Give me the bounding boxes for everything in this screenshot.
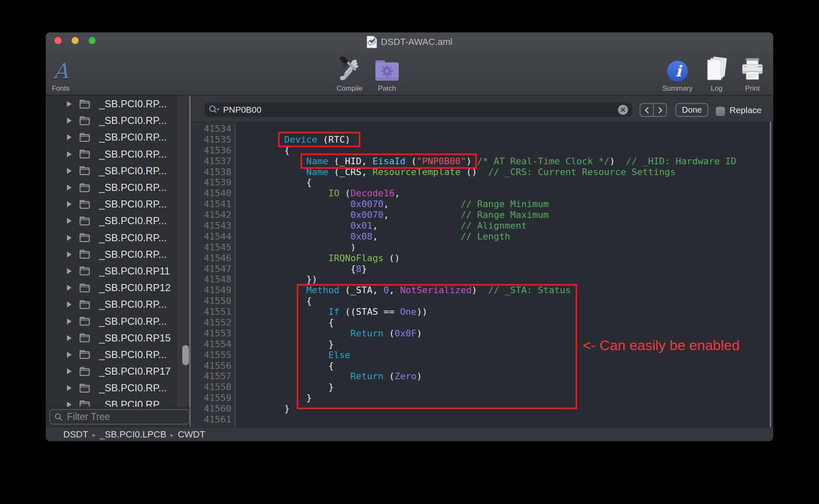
disclosure-triangle-icon[interactable] bbox=[67, 101, 72, 107]
disclosure-triangle-icon[interactable] bbox=[67, 284, 72, 291]
window-title-row: DSDT-AWAC.aml bbox=[46, 35, 773, 49]
tree-item-label: _SB.PCI0.RP15 bbox=[99, 332, 171, 344]
toolbar-fonts-button[interactable]: A Fonts bbox=[46, 48, 77, 92]
tree-item[interactable]: _SB.PCI0.RP11 bbox=[46, 263, 176, 279]
disclosure-triangle-icon[interactable] bbox=[67, 335, 72, 341]
tree-item-label: _SB.PCI0.RP... bbox=[99, 215, 166, 227]
folder-icon bbox=[79, 383, 90, 393]
toolbar-summary-button[interactable]: i Summary bbox=[661, 48, 694, 92]
folder-icon bbox=[79, 300, 90, 309]
tree-item[interactable]: _SB.PCI0.RP... bbox=[46, 112, 176, 129]
disclosure-triangle-icon[interactable] bbox=[67, 401, 72, 407]
disclosure-triangle-icon[interactable] bbox=[67, 268, 72, 274]
toolbar-print-button[interactable]: Print bbox=[738, 48, 767, 92]
disclosure-triangle-icon[interactable] bbox=[67, 385, 72, 391]
line-number: 41560 bbox=[191, 403, 231, 414]
tree-item[interactable]: _SB.PCI0.RP... bbox=[46, 396, 176, 407]
line-number: 41557 bbox=[191, 371, 231, 382]
tree-item[interactable]: _SB.PCI0.RP12 bbox=[46, 279, 176, 296]
tree-item[interactable]: _SB.PCI0.RP... bbox=[46, 212, 176, 229]
find-previous-button[interactable] bbox=[640, 104, 653, 116]
tree-item-label: _SB.PCI0.RP... bbox=[99, 349, 166, 361]
find-next-button[interactable] bbox=[653, 104, 666, 116]
tree-item[interactable]: _SB.PCI0.RP... bbox=[46, 230, 176, 246]
folder-icon bbox=[79, 183, 90, 193]
filter-tree-input[interactable]: Filter Tree bbox=[50, 409, 190, 425]
tree-item[interactable]: _SB.PCI0.RP... bbox=[46, 96, 176, 112]
tree-item-label: _SB.PCI0.RP... bbox=[99, 316, 166, 327]
line-number: 41536 bbox=[191, 145, 231, 156]
breadcrumb-item[interactable]: DSDT bbox=[63, 429, 88, 440]
breadcrumb-item[interactable]: _SB.PCI0.LPCB bbox=[99, 429, 166, 440]
disclosure-triangle-icon[interactable] bbox=[67, 151, 72, 158]
tree-item[interactable]: _SB.PCI0.RP... bbox=[46, 196, 176, 212]
tree-item[interactable]: _SB.PCI0.RP... bbox=[46, 163, 176, 179]
disclosure-triangle-icon[interactable] bbox=[67, 201, 72, 208]
clear-search-button[interactable] bbox=[618, 105, 628, 115]
tree-item[interactable]: _SB.PCI0.RP... bbox=[46, 313, 176, 329]
disclosure-triangle-icon[interactable] bbox=[67, 351, 72, 358]
toolbar-log-button[interactable]: Log bbox=[702, 48, 731, 92]
tree-item[interactable]: _SB.PCI0.RP... bbox=[46, 246, 176, 263]
filter-search-icon bbox=[55, 413, 63, 421]
search-query: PNP0B00 bbox=[223, 105, 261, 115]
line-number: 41549 bbox=[191, 285, 231, 296]
find-prev-next-control bbox=[640, 103, 667, 117]
tree-item-label: _SB.PCI0.RP... bbox=[99, 182, 166, 193]
tree-item[interactable]: _SB.PCI0.RP15 bbox=[46, 330, 176, 346]
tree-item-label: _SB.PCI0.RP... bbox=[99, 249, 166, 260]
tree-item[interactable]: _SB.PCI0.RP... bbox=[46, 380, 176, 396]
disclosure-triangle-icon[interactable] bbox=[67, 217, 72, 224]
disclosure-triangle-icon[interactable] bbox=[67, 168, 72, 174]
code-line bbox=[240, 414, 736, 425]
line-number: 41561 bbox=[191, 414, 231, 425]
line-number: 41543 bbox=[191, 220, 231, 231]
tree-item[interactable]: _SB.PCI0.RP... bbox=[46, 129, 176, 146]
breadcrumb-separator-icon: ▸ bbox=[92, 430, 96, 439]
line-number: 41544 bbox=[191, 231, 231, 242]
code-line: 0x01, // Alignment bbox=[240, 220, 736, 231]
sidebar-scrollbar-track[interactable] bbox=[176, 96, 190, 407]
patch-folder-gear-icon bbox=[374, 58, 400, 82]
folder-icon bbox=[79, 400, 90, 407]
chevron-left-icon bbox=[645, 106, 649, 114]
replace-checkbox[interactable] bbox=[716, 107, 725, 116]
filter-area: Filter Tree bbox=[46, 407, 190, 427]
toolbar-compile-button[interactable]: Compile bbox=[333, 48, 366, 92]
disclosure-triangle-icon[interactable] bbox=[67, 117, 72, 124]
disclosure-triangle-icon[interactable] bbox=[67, 184, 72, 191]
line-number: 41550 bbox=[191, 296, 231, 306]
done-button[interactable]: Done bbox=[675, 103, 708, 117]
disclosure-triangle-icon[interactable] bbox=[67, 368, 72, 375]
tree-item-label: _SB.PCI0.RP... bbox=[99, 115, 166, 126]
tree-item[interactable]: _SB.PCI0.RP... bbox=[46, 296, 176, 313]
compile-tools-icon bbox=[337, 57, 362, 82]
tree-item[interactable]: _SB.PCI0.RP... bbox=[46, 179, 176, 196]
disclosure-triangle-icon[interactable] bbox=[67, 301, 72, 308]
editor-scrollbar-track[interactable] bbox=[770, 122, 771, 427]
search-menu-icon bbox=[209, 105, 220, 114]
toolbar-patch-button[interactable]: Patch bbox=[370, 48, 404, 92]
fonts-a-icon: A bbox=[53, 60, 68, 82]
breadcrumb-item[interactable]: CWDT bbox=[178, 429, 205, 440]
annotation-box-name-hid bbox=[300, 153, 477, 169]
disclosure-triangle-icon[interactable] bbox=[67, 134, 72, 141]
replace-label: Replace bbox=[730, 103, 762, 117]
sidebar-scrollbar-thumb[interactable] bbox=[182, 345, 189, 365]
disclosure-triangle-icon[interactable] bbox=[67, 251, 72, 258]
tree-item[interactable]: _SB.PCI0.RP... bbox=[46, 346, 176, 363]
window-title: DSDT-AWAC.aml bbox=[381, 37, 452, 47]
folder-icon bbox=[79, 133, 90, 142]
tree-item[interactable]: _SB.PCI0.RP... bbox=[46, 146, 176, 163]
tree-item-label: _SB.PCI0.RP... bbox=[99, 232, 166, 244]
tree-item[interactable]: _SB.PCI0.RP17 bbox=[46, 363, 176, 380]
disclosure-triangle-icon[interactable] bbox=[67, 318, 72, 325]
search-field[interactable]: PNP0B00 bbox=[205, 103, 632, 117]
disclosure-triangle-icon[interactable] bbox=[67, 235, 72, 241]
code-line: 0x0070, // Range Minimum bbox=[240, 199, 736, 210]
tree-item-label: _SB.PCI0.RP11 bbox=[99, 265, 170, 277]
breadcrumb-bar: DSDT▸_SB.PCI0.LPCB▸CWDT bbox=[46, 427, 773, 441]
find-bar: PNP0B00 Done bbox=[191, 96, 773, 122]
annotation-note: <- Can easily be enabled bbox=[583, 337, 740, 353]
folder-icon bbox=[79, 149, 90, 159]
